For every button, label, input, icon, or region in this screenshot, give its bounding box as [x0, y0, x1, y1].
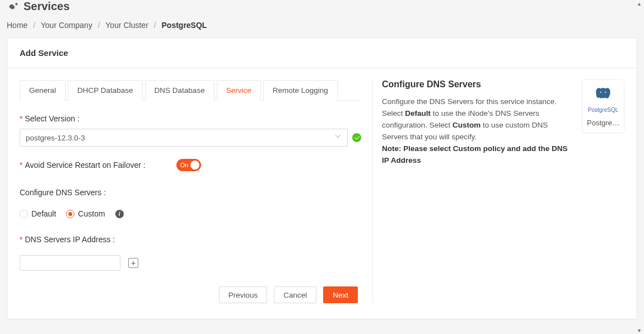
check-icon [352, 133, 361, 142]
toggle-knob [190, 161, 199, 170]
avoid-restart-label: *Avoid Service Restart on Failover : [20, 161, 146, 170]
service-card-label: Postgre… [586, 119, 620, 127]
tab-dns-database[interactable]: DNS Database [145, 80, 214, 101]
page-title: Services [24, 0, 69, 13]
info-panel-body: Configure the DNS Servers for this servi… [382, 96, 574, 167]
breadcrumb-sep: / [154, 21, 156, 30]
tab-general[interactable]: General [20, 80, 66, 101]
gears-icon [7, 2, 19, 12]
version-select[interactable]: postgres-12.3.0-3 [20, 129, 348, 147]
breadcrumb-sep: / [98, 21, 100, 30]
info-panel-title: Configure DNS Servers [382, 79, 574, 90]
postgresql-icon [594, 86, 613, 105]
radio-default-label: Default [31, 209, 56, 218]
breadcrumb-current: PostgreSQL [162, 21, 207, 30]
radio-custom-label: Custom [78, 209, 105, 218]
add-service-card: Add Service General DHCP Database DNS Da… [7, 37, 637, 319]
info-icon[interactable]: i [115, 210, 124, 218]
breadcrumb-home[interactable]: Home [7, 21, 27, 30]
service-card-postgresql[interactable]: PostgreSQL Postgre… [582, 79, 624, 133]
scroll-up-arrow[interactable]: ▲ [636, 0, 643, 7]
radio-default[interactable]: Default [20, 209, 56, 218]
version-label: *Select Version : [20, 114, 80, 123]
add-ip-button[interactable]: + [128, 258, 138, 268]
breadcrumb-cluster[interactable]: Your Cluster [105, 21, 148, 30]
chevron-down-icon [336, 135, 342, 140]
dns-ip-label: *DNS Servers IP Address : [20, 235, 115, 244]
breadcrumb: Home / Your Company / Your Cluster / Pos… [7, 17, 637, 37]
version-value: postgres-12.3.0-3 [26, 134, 85, 142]
avoid-restart-toggle[interactable]: On [176, 159, 201, 171]
info-panel-note: Note: Please select Custom policy and ad… [382, 144, 568, 164]
radio-custom[interactable]: Custom [66, 209, 105, 218]
tab-remote-logging[interactable]: Remote Logging [263, 80, 338, 101]
dns-section-label: Configure DNS Servers : [20, 188, 106, 197]
breadcrumb-company[interactable]: Your Company [41, 21, 92, 30]
svg-point-2 [605, 92, 606, 93]
service-card-brand: PostgreSQL [586, 107, 620, 113]
previous-button[interactable]: Previous [219, 286, 268, 303]
toggle-state: On [180, 162, 189, 168]
cancel-button[interactable]: Cancel [274, 286, 316, 303]
scroll-down-arrow[interactable]: ▼ [636, 327, 643, 334]
breadcrumb-sep: / [33, 21, 35, 30]
card-title: Add Service [20, 48, 624, 58]
tab-service[interactable]: Service [217, 80, 261, 101]
tabs: General DHCP Database DNS Database Servi… [20, 79, 361, 101]
svg-point-1 [600, 92, 601, 93]
next-button[interactable]: Next [323, 286, 358, 303]
dns-ip-input[interactable] [20, 255, 120, 271]
tab-dhcp-database[interactable]: DHCP Database [68, 80, 143, 101]
